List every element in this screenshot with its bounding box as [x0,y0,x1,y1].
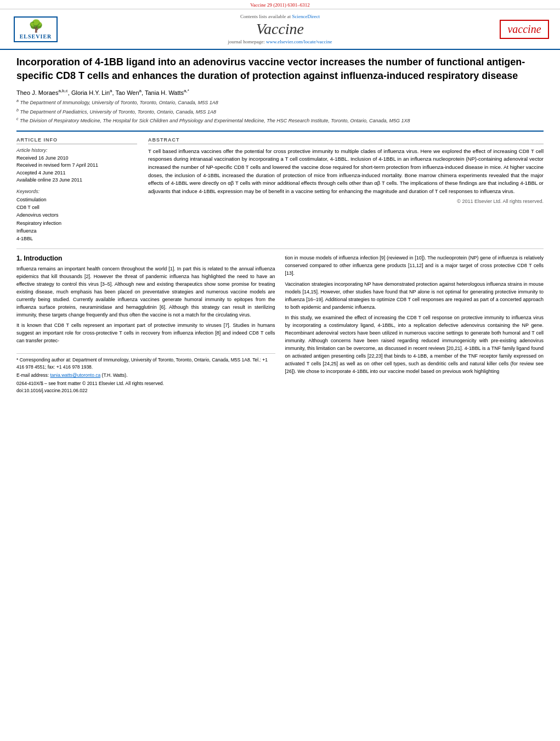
sciencedirect-label: Contents lists available at ScienceDirec… [60,14,500,19]
affiliation-a: a The Department of Immunology, Universi… [16,98,544,107]
body-para-1: Influenza remains an important health co… [16,265,275,319]
author1-sup: a,b,c [58,88,67,93]
elsevier-tree-icon: 🌳 [16,19,55,33]
keyword-5: Influenza [16,227,137,235]
article-title: Incorporation of 4-1BB ligand into an ad… [16,55,544,83]
author4-name: Tania H. Watts [145,89,184,96]
sciencedirect-link[interactable]: ScienceDirect [292,14,320,19]
body-para-right-2: Vaccination strategies incorporating NP … [285,281,544,312]
footnote-copyright: 0264-410X/$ – see front matter © 2011 El… [16,380,275,387]
keyword-6: 4-1BBL [16,235,137,242]
elsevier-text: ELSEVIER [16,33,55,39]
author2-sup: a [110,88,112,93]
footnote-corresponding: * Corresponding author at: Department of… [16,357,275,371]
body-para-right-3: In this study, we examined the effect of… [285,314,544,376]
keyword-3: Adenovirus vectors [16,211,137,219]
author1-name: Theo J. Moraes [16,89,58,96]
keyword-2: CD8 T cell [16,203,137,211]
article-container: Incorporation of 4-1BB ligand into an ad… [0,50,560,404]
affiliations: a The Department of Immunology, Universi… [16,98,544,125]
affiliation-c: c The Division of Respiratory Medicine, … [16,116,544,125]
available-date: Available online 23 June 2011 [16,177,137,184]
section-divider [16,248,544,249]
email-link[interactable]: tania.watts@utoronto.ca [50,372,100,378]
journal-header: 🌳 ELSEVIER Contents lists available at S… [0,9,560,50]
abstract-text: T cell based influenza vaccines offer th… [148,148,544,196]
abstract-column: ABSTRACT T cell based influenza vaccines… [148,137,544,243]
journal-title: Vaccine [60,20,500,38]
journal-header-center: Contents lists available at ScienceDirec… [60,14,500,44]
footnotes: * Corresponding author at: Department of… [16,353,275,393]
received-date: Received 16 June 2010 [16,155,137,162]
top-bar: Vaccine 29 (2011) 6301–6312 [0,0,560,9]
article-info-abstract-section: ARTICLE INFO Article history: Received 1… [16,131,544,243]
body-right-column: tion in mouse models of influenza infect… [285,254,544,393]
elsevier-logo: 🌳 ELSEVIER [11,16,60,42]
body-left-column: 1. Introduction Influenza remains an imp… [16,254,275,393]
keyword-4: Respiratory infection [16,219,137,227]
footnote-doi: doi:10.1016/j.vaccine.2011.06.022 [16,388,275,393]
author3-sup: a [139,88,142,93]
article-info-column: ARTICLE INFO Article history: Received 1… [16,137,137,243]
footnote-email: E-mail address: tania.watts@utoronto.ca … [16,372,275,379]
abstract-heading: ABSTRACT [148,137,544,144]
journal-citation: Vaccine 29 (2011) 6301–6312 [250,2,309,8]
author4-sup: a,* [184,88,189,93]
author2-name: Gloria H.Y. Lin [71,89,110,96]
keywords-label: Keywords: [16,189,137,194]
author3-name: Tao Wen [115,89,139,96]
homepage-link[interactable]: www.elsevier.com/locate/vaccine [266,39,332,44]
vaccine-logo-box: vaccine [500,20,549,39]
history-label: Article history: [16,148,137,153]
keywords-section: Keywords: Costimulation CD8 T cell Adeno… [16,189,137,243]
received-revised-date: Received in revised form 7 April 2011 [16,162,137,169]
section1-title: 1. Introduction [16,254,275,262]
abstract-copyright: © 2011 Elsevier Ltd. All rights reserved… [148,199,544,204]
body-two-col: 1. Introduction Influenza remains an imp… [16,254,544,393]
body-para-2: It is known that CD8 T cells represent a… [16,322,275,345]
accepted-date: Accepted 4 June 2011 [16,169,137,177]
keyword-1: Costimulation [16,196,137,203]
affiliation-b: b The Department of Paediatrics, Univers… [16,108,544,116]
article-info-heading: ARTICLE INFO [16,137,137,144]
body-para-right-1: tion in mouse models of influenza infect… [285,254,544,278]
authors-line: Theo J. Moraesa,b,c, Gloria H.Y. Lina, T… [16,88,544,96]
journal-homepage: journal homepage: www.elsevier.com/locat… [60,39,500,44]
vaccine-logo: vaccine [507,23,541,36]
